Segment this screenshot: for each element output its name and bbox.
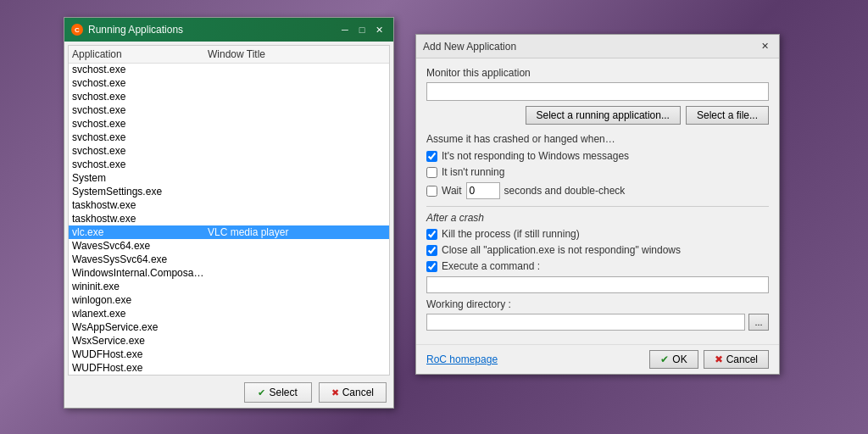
list-item[interactable]: WUDFHost.exe — [69, 348, 389, 361]
close-windows-row: Close all "application.exe is not respon… — [426, 244, 769, 256]
close-windows-checkbox[interactable] — [426, 245, 437, 256]
list-item[interactable]: svchost.exe — [69, 158, 389, 171]
kill-process-label: Kill the process (if still running) — [442, 228, 580, 240]
list-item[interactable]: SystemSettings.exe — [69, 185, 389, 198]
add-dialog-title: Add New Application — [423, 41, 516, 53]
list-item-app: svchost.exe — [72, 91, 208, 103]
list-item[interactable]: WsAppService.exe — [69, 320, 389, 334]
after-crash-label: After a crash — [426, 212, 769, 224]
cancel-x-icon: ✖ — [715, 353, 723, 365]
maximize-button[interactable]: □ — [354, 23, 370, 36]
list-item-app: WavesSvc64.exe — [72, 240, 208, 252]
list-item[interactable]: svchost.exe — [69, 64, 389, 76]
list-item-title: VLC media player — [208, 226, 386, 238]
working-dir-row: ... — [426, 314, 769, 331]
list-item-app: WindowsInternal.ComposableShell.E... — [72, 267, 208, 279]
kill-process-checkbox[interactable] — [426, 229, 437, 240]
not-running-label: It isn't running — [442, 166, 504, 178]
monitor-input[interactable] — [426, 82, 769, 101]
list-item-app: svchost.exe — [72, 64, 208, 75]
not-running-row: It isn't running — [426, 166, 769, 178]
list-item[interactable]: svchost.exe — [69, 103, 389, 117]
list-item[interactable]: svchost.exe — [69, 76, 389, 90]
select-running-app-button[interactable]: Select a running application... — [526, 106, 681, 125]
add-dialog-titlebar: Add New Application ✕ — [416, 35, 779, 58]
wait-seconds-input[interactable] — [466, 182, 500, 199]
ok-button[interactable]: ✔ OK — [649, 350, 698, 369]
app-list-container: Application Window Title svchost.exesvch… — [68, 45, 390, 376]
list-item[interactable]: winlogon.exe — [69, 293, 389, 307]
divider — [426, 206, 769, 207]
list-item-app: svchost.exe — [72, 159, 208, 170]
running-dialog-title: Running Applications — [88, 24, 183, 36]
list-item-app: SystemSettings.exe — [72, 186, 208, 198]
select-button[interactable]: ✔ Select — [244, 382, 312, 403]
list-item-app: winlogon.exe — [72, 294, 208, 306]
kill-process-row: Kill the process (if still running) — [426, 228, 769, 240]
list-item[interactable]: taskhostw.exe — [69, 198, 389, 212]
list-item[interactable]: WsxService.exe — [69, 334, 389, 348]
list-item-app: WUDFHost.exe — [72, 348, 208, 360]
list-item[interactable]: System — [69, 171, 389, 185]
list-item[interactable]: taskhostw.exe — [69, 212, 389, 225]
list-item-app: svchost.exe — [72, 131, 208, 143]
assume-label: Assume it has crashed or hanged when… — [426, 133, 769, 145]
list-item-app: WUDFHost.exe — [72, 362, 208, 374]
working-dir-input[interactable] — [426, 314, 745, 331]
close-button[interactable]: ✕ — [371, 23, 387, 36]
list-item[interactable]: WUDFHost.exe — [69, 361, 389, 375]
execute-input-row — [426, 276, 769, 293]
list-item[interactable]: svchost.exe — [69, 90, 389, 103]
minimize-button[interactable]: ─ — [337, 23, 353, 36]
list-item[interactable]: WavesSysSvc64.exe — [69, 253, 389, 266]
execute-command-input[interactable] — [426, 276, 769, 293]
col-application: Application — [72, 48, 208, 60]
list-item-app: vlc.exe — [72, 226, 208, 238]
list-item[interactable]: svchost.exe — [69, 131, 389, 144]
not-running-checkbox[interactable] — [426, 167, 437, 178]
list-item-app: svchost.exe — [72, 104, 208, 116]
working-dir-label: Working directory : — [426, 298, 769, 310]
wait-row: Wait seconds and double-check — [426, 182, 769, 199]
list-item-app: WsAppService.exe — [72, 321, 208, 333]
running-applications-dialog: C Running Applications ─ □ ✕ Application… — [64, 17, 394, 409]
add-dialog-content: Monitor this application Select a runnin… — [416, 58, 779, 344]
list-item-app: svchost.exe — [72, 77, 208, 89]
not-responding-checkbox[interactable] — [426, 151, 437, 162]
running-dialog-titlebar: C Running Applications ─ □ ✕ — [64, 18, 393, 42]
browse-button[interactable]: ... — [748, 314, 769, 331]
select-file-button[interactable]: Select a file... — [686, 106, 769, 125]
list-item[interactable]: WindowsInternal.ComposableShell.E... — [69, 266, 389, 280]
wait-checkbox[interactable] — [426, 186, 437, 197]
add-dialog-footer: RoC homepage ✔ OK ✖ Cancel — [416, 344, 779, 374]
cancel-button[interactable]: ✖ Cancel — [319, 382, 387, 403]
add-dialog-cancel-button[interactable]: ✖ Cancel — [704, 350, 769, 369]
list-item[interactable]: svchost.exe — [69, 144, 389, 158]
list-item[interactable]: svchost.exe — [69, 117, 389, 131]
list-item-app: WsxService.exe — [72, 335, 208, 347]
execute-command-row: Execute a command : — [426, 260, 769, 272]
list-item-app: wininit.exe — [72, 281, 208, 292]
list-item-app: svchost.exe — [72, 145, 208, 157]
monitor-label: Monitor this application — [426, 67, 769, 79]
add-dialog-close-button[interactable]: ✕ — [757, 40, 772, 53]
list-item-app: wlanext.exe — [72, 308, 208, 320]
app-icon: C — [71, 24, 83, 36]
not-responding-label: It's not responding to Windows messages — [442, 150, 629, 162]
col-window-title: Window Title — [208, 48, 386, 60]
execute-command-checkbox[interactable] — [426, 261, 437, 272]
roc-homepage-link[interactable]: RoC homepage — [426, 353, 498, 365]
wait-label: Wait — [442, 185, 462, 197]
list-item[interactable]: wininit.exe — [69, 280, 389, 293]
list-header: Application Window Title — [69, 46, 389, 64]
ok-checkmark-icon: ✔ — [660, 353, 669, 365]
select-buttons-row: Select a running application... Select a… — [426, 106, 769, 125]
execute-command-label: Execute a command : — [442, 260, 540, 272]
list-item[interactable]: WavesSvc64.exe — [69, 239, 389, 253]
app-list-scroll[interactable]: svchost.exesvchost.exesvchost.exesvchost… — [69, 64, 389, 375]
checkmark-icon: ✔ — [258, 387, 265, 398]
list-item[interactable]: vlc.exeVLC media player — [69, 225, 389, 239]
x-icon: ✖ — [331, 387, 339, 398]
list-item[interactable]: wlanext.exe — [69, 307, 389, 320]
list-item-app: svchost.exe — [72, 118, 208, 130]
